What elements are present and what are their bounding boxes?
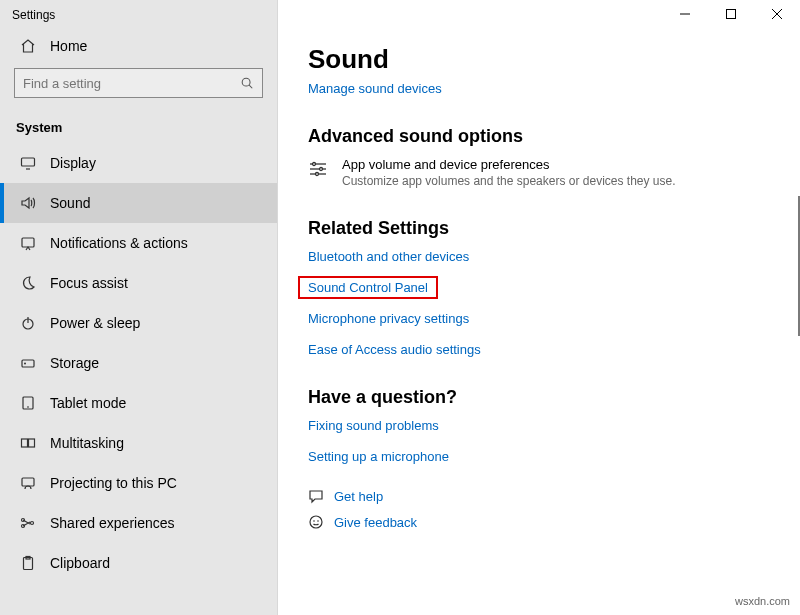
help-label: Get help [334,489,383,504]
watermark: wsxdn.com [735,595,790,607]
related-link-bluetooth[interactable]: Bluetooth and other devices [308,249,790,264]
chat-icon [308,488,324,504]
svg-point-31 [317,520,319,522]
nav-label: Display [50,155,96,171]
nav-label: Power & sleep [50,315,140,331]
nav-label: Tablet mode [50,395,126,411]
related-link-mic-privacy[interactable]: Microphone privacy settings [308,311,790,326]
advanced-heading: Advanced sound options [308,126,790,147]
adv-title: App volume and device preferences [342,157,676,172]
related-link-ease-of-access[interactable]: Ease of Access audio settings [308,342,790,357]
nav-item-tablet[interactable]: Tablet mode [0,383,277,423]
nav-label: Focus assist [50,275,128,291]
search-icon [240,76,254,90]
svg-point-16 [31,522,34,525]
nav-item-shared[interactable]: Shared experiences [0,503,277,543]
page-title: Sound [308,44,790,75]
svg-point-30 [313,520,315,522]
nav-label: Multitasking [50,435,124,451]
nav-item-storage[interactable]: Storage [0,343,277,383]
nav-item-power[interactable]: Power & sleep [0,303,277,343]
nav-item-multitasking[interactable]: Multitasking [0,423,277,463]
svg-rect-2 [22,158,35,166]
svg-rect-7 [22,360,34,367]
search-box[interactable] [14,68,263,98]
nav-label: Sound [50,195,90,211]
sliders-icon [308,159,328,179]
feedback-label: Give feedback [334,515,417,530]
svg-point-0 [242,78,250,86]
svg-rect-11 [22,439,28,447]
nav-list: Display Sound Notifications & actions Fo… [0,143,277,583]
svg-point-8 [24,363,26,365]
nav-label: Shared experiences [50,515,175,531]
nav-label: Notifications & actions [50,235,188,251]
related-link-sound-control-panel[interactable]: Sound Control Panel [302,280,434,295]
related-links: Bluetooth and other devices Sound Contro… [308,249,790,357]
home-link[interactable]: Home [0,28,277,62]
svg-line-1 [249,85,252,88]
nav-label: Storage [50,355,99,371]
nav-item-display[interactable]: Display [0,143,277,183]
svg-rect-4 [22,238,34,247]
question-heading: Have a question? [308,387,790,408]
content-scroll[interactable]: Sound Manage sound devices Advanced soun… [278,0,800,615]
section-heading: System [0,106,277,143]
svg-point-26 [313,163,316,166]
tablet-icon [20,395,36,411]
adv-sub: Customize app volumes and the speakers o… [342,174,676,188]
display-icon [20,155,36,171]
multitasking-icon [20,435,36,451]
nav-item-notifications[interactable]: Notifications & actions [0,223,277,263]
svg-rect-12 [29,439,35,447]
sound-icon [20,195,36,211]
nav-label: Clipboard [50,555,110,571]
question-link-fix-sound[interactable]: Fixing sound problems [308,418,790,433]
search-wrap [0,62,277,106]
nav-item-projecting[interactable]: Projecting to this PC [0,463,277,503]
related-heading: Related Settings [308,218,790,239]
svg-rect-13 [22,478,34,486]
home-icon [20,38,36,54]
give-feedback-link[interactable]: Give feedback [308,514,790,530]
home-label: Home [50,38,87,54]
nav-label: Projecting to this PC [50,475,177,491]
nav-item-clipboard[interactable]: Clipboard [0,543,277,583]
clipboard-icon [20,555,36,571]
main-pane: Sound Manage sound devices Advanced soun… [278,0,800,615]
projecting-icon [20,475,36,491]
svg-point-27 [320,168,323,171]
notification-icon [20,235,36,251]
svg-point-28 [316,173,319,176]
sidebar: Settings Home System Display Sound Notif… [0,0,278,615]
storage-icon [20,355,36,371]
power-icon [20,315,36,331]
question-links: Fixing sound problems Setting up a micro… [308,418,790,464]
nav-item-sound[interactable]: Sound [0,183,277,223]
app-volume-item[interactable]: App volume and device preferences Custom… [308,157,790,188]
moon-icon [20,275,36,291]
svg-point-29 [310,516,322,528]
feedback-icon [308,514,324,530]
get-help-link[interactable]: Get help [308,488,790,504]
shared-icon [20,515,36,531]
nav-item-focus-assist[interactable]: Focus assist [0,263,277,303]
manage-sound-devices-link[interactable]: Manage sound devices [308,81,442,96]
search-input[interactable] [23,76,240,91]
window-title: Settings [0,0,277,28]
question-link-mic-setup[interactable]: Setting up a microphone [308,449,790,464]
